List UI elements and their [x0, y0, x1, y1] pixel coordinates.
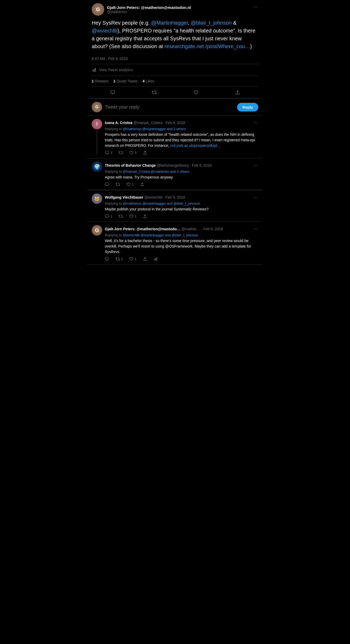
reply-submit-button[interactable]: Reply — [237, 103, 258, 111]
wolf-like-count: 1 — [135, 214, 136, 218]
tweet-link[interactable]: researchgate.net /post/Where_cou… — [165, 43, 250, 49]
behavior-username: @behchangetheory · — [157, 163, 191, 167]
reply-input-field[interactable] — [105, 104, 234, 110]
gjalt-reply-actions: 1 1 — [105, 257, 258, 261]
tweet-actions-row — [92, 87, 258, 98]
like-action-button[interactable] — [189, 88, 203, 97]
wolf-replying-to: Replying to @matherion @martinhagger and… — [105, 201, 258, 205]
share-action-button[interactable] — [231, 88, 244, 97]
wolf-display-name: Wolfgang Viechtbauer — [105, 195, 143, 199]
mention-wviechtb[interactable]: @wviechtb — [92, 28, 117, 33]
behavior-like-count: 1 — [132, 182, 134, 186]
behavior-reply-mentions[interactable]: @IoanaA_Cristea @matherion and 2 others — [123, 170, 189, 173]
behavior-avatar[interactable]: 🌍 — [92, 161, 102, 172]
ioana-like-count: 5 — [135, 151, 136, 155]
gjalt-replying-to: Replying to @wviechtb @martinhagger and … — [105, 233, 258, 237]
ioana-display-name: Ioana A. Cristea — [105, 121, 132, 125]
gjalt-reply-share-button[interactable] — [143, 257, 147, 261]
ioana-share-button[interactable] — [143, 150, 147, 155]
wolf-like-button[interactable]: 1 — [129, 214, 136, 219]
tweet-header: G Gjalt-Jorn Peters: @matherion@mastodon… — [92, 3, 258, 16]
behavior-comment-icon — [105, 182, 109, 187]
retweet-label: Retweet — [95, 79, 108, 83]
gjalt-reply-username: @mather… · — [182, 227, 203, 231]
ioana-avatar[interactable]: I — [92, 119, 102, 129]
wolf-more-button[interactable]: ··· — [252, 193, 258, 201]
wolf-heart-icon — [129, 214, 134, 219]
main-tweet: G Gjalt-Jorn Peters: @matherion@mastodon… — [88, 0, 262, 99]
ioana-actions: 3 5 — [105, 150, 258, 155]
author-avatar[interactable]: G — [92, 3, 104, 16]
reply-tweet-2: 🌍 Theories of Behavior Change @behchange… — [88, 158, 262, 190]
likes-stat[interactable]: 4 Likes — [143, 79, 154, 83]
stats-row: 1 Retweet 1 Quote Tweet 4 Likes — [92, 76, 258, 87]
reply-header-left-3: Wolfgang Viechtbauer @wviechtb · Feb 9, … — [105, 195, 185, 199]
more-options-button[interactable]: ··· — [252, 3, 258, 11]
comment-icon — [110, 90, 115, 95]
reply-header-3: Wolfgang Viechtbauer @wviechtb · Feb 9, … — [105, 193, 258, 201]
ioana-more-button[interactable]: ··· — [252, 119, 258, 126]
wolf-reply-mentions[interactable]: @matherion @martinhagger and @blair_t_jo… — [123, 201, 200, 205]
behavior-heart-icon — [126, 182, 131, 187]
behavior-more-button[interactable]: ··· — [252, 161, 258, 169]
reply-header-left-4: Gjalt-Jorn Peters: @matherion@mastodo… @… — [105, 227, 223, 231]
gjalt-reply-share-icon — [143, 257, 147, 261]
mention-martinhagger[interactable]: @MartinHagger — [151, 20, 188, 26]
gjalt-reply-mentions[interactable]: @wviechtb @martinhagger and @blair_t_joh… — [123, 233, 198, 237]
wolf-actions: 1 1 — [105, 214, 258, 219]
gjalt-reply-retweet-button[interactable]: 1 — [116, 257, 123, 261]
quote-tweet-stat[interactable]: 1 Quote Tweet — [113, 79, 137, 83]
tweet-text-end: ) — [250, 43, 252, 49]
ioana-reply-button[interactable]: 3 — [105, 150, 112, 155]
reply-right-4: Gjalt-Jorn Peters: @matherion@mastodo… @… — [105, 225, 258, 261]
behavior-tweet-text: Agree with Ioana. Try Prosperous anyway. — [105, 175, 258, 180]
ioana-reply-mentions[interactable]: @matherion @martinhagger and 2 others — [123, 127, 186, 131]
ioana-link[interactable]: crd.york.ac.uk/prospero/displ… — [170, 143, 221, 148]
tweet-header-left: G Gjalt-Jorn Peters: @matherion@mastodon… — [92, 3, 191, 16]
ioana-like-button[interactable]: 5 — [129, 150, 136, 155]
replying-to-label-3: Replying to — [105, 201, 123, 205]
gjalt-reply-like-count: 1 — [135, 257, 136, 261]
author-info: Gjalt-Jorn Peters: @matherion@mastodon.n… — [107, 5, 191, 14]
reply-tweet-1: I Ioana A. Cristea @IoanaA_Cristea · Feb… — [88, 116, 262, 158]
retweet-stat[interactable]: 1 Retweet — [92, 79, 108, 83]
gjalt-reply-analytics-button[interactable] — [154, 257, 158, 261]
gjalt-reply-like-button[interactable]: 1 — [129, 257, 136, 261]
mention-blair[interactable]: @blair_t_johnson — [191, 20, 232, 26]
wolf-share-button[interactable] — [143, 214, 147, 219]
gjalt-reply-avatar[interactable]: G — [92, 225, 102, 236]
reply-thread-line-1 — [97, 130, 97, 155]
ioana-retweet-button[interactable] — [118, 150, 123, 155]
behavior-replying-to: Replying to @IoanaA_Cristea @matherion a… — [105, 170, 258, 173]
retweet-action-button[interactable] — [147, 88, 161, 97]
gjalt-reply-reply-button[interactable] — [105, 257, 109, 261]
wolf-retweet-button[interactable] — [118, 214, 123, 219]
gjalt-reply-retweet-icon — [116, 257, 120, 261]
ioana-tweet-text: Prospero has a very loose definition of … — [105, 132, 258, 148]
behavior-display-name: Theories of Behavior Change — [105, 163, 156, 167]
reply-right-1: Ioana A. Cristea @IoanaA_Cristea · Feb 9… — [105, 119, 258, 155]
reply-action-button[interactable] — [106, 88, 119, 97]
wolf-username: @wviechtb · — [144, 195, 164, 199]
wolf-share-icon — [143, 214, 147, 219]
behavior-share-button[interactable] — [140, 182, 144, 187]
analytics-label: View Tweet analytics — [99, 68, 133, 72]
osframework-mention[interactable]: @OSFramework — [165, 244, 193, 248]
view-analytics-row[interactable]: View Tweet analytics — [92, 64, 258, 76]
behavior-reply-button[interactable] — [105, 182, 109, 187]
wolf-avatar[interactable]: 🐱 — [92, 193, 102, 204]
ioana-reply-count: 3 — [110, 151, 112, 155]
wolf-date: Feb 9, 2018 — [166, 195, 185, 199]
behavior-like-button[interactable]: 1 — [126, 182, 134, 187]
reply-header-2: Theories of Behavior Change @behchangeth… — [105, 161, 258, 169]
reply-box: G Reply — [88, 99, 262, 116]
behavior-retweet-button[interactable] — [116, 182, 120, 187]
gjalt-reply-more-button[interactable]: ··· — [252, 225, 258, 233]
tweet-text-amp: & — [232, 20, 237, 26]
reply-user-avatar: G — [92, 102, 102, 112]
retweet-icon — [152, 90, 157, 95]
tweet-timestamp: 8:47 AM · Feb 9, 2018 — [92, 53, 258, 64]
reply-tweet-inner-2: 🌍 Theories of Behavior Change @behchange… — [92, 161, 258, 187]
reply-left-3: 🐱 — [92, 193, 102, 219]
wolf-reply-button[interactable]: 1 — [105, 214, 112, 219]
